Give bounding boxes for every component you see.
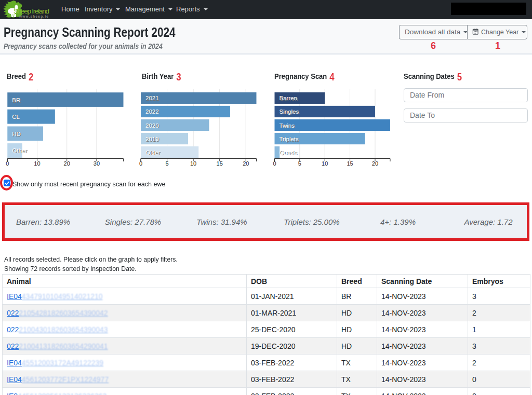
svg-text:Quads: Quads [280, 149, 297, 156]
svg-text:Triplets: Triplets [280, 136, 299, 142]
svg-text:www.sheep.ie: www.sheep.ie [19, 15, 49, 19]
svg-text:10: 10 [322, 160, 328, 167]
svg-text:2021: 2021 [145, 95, 159, 101]
svg-text:Older: Older [145, 149, 160, 156]
svg-text:Singles: Singles [280, 108, 299, 115]
svg-text:15: 15 [217, 160, 223, 167]
svg-text:Barren: Barren [280, 95, 298, 101]
svg-text:20: 20 [372, 160, 378, 167]
svg-text:HD: HD [12, 131, 21, 137]
svg-text:30: 30 [94, 160, 100, 167]
svg-text:5: 5 [298, 160, 301, 167]
svg-text:10: 10 [190, 160, 196, 167]
svg-text:0: 0 [6, 160, 9, 167]
svg-text:CL: CL [12, 114, 20, 120]
svg-text:0: 0 [139, 160, 142, 167]
svg-text:BR: BR [12, 97, 20, 103]
svg-text:2022: 2022 [145, 108, 159, 115]
svg-text:2019: 2019 [145, 136, 159, 142]
svg-text:Other: Other [12, 147, 27, 154]
svg-text:20: 20 [64, 160, 70, 167]
svg-text:Twins: Twins [280, 122, 295, 129]
svg-text:0: 0 [273, 160, 276, 167]
svg-text:15: 15 [347, 160, 353, 167]
svg-text:10: 10 [34, 160, 40, 167]
svg-text:5: 5 [166, 160, 169, 167]
svg-text:20: 20 [243, 160, 249, 167]
svg-text:2020: 2020 [145, 122, 159, 129]
